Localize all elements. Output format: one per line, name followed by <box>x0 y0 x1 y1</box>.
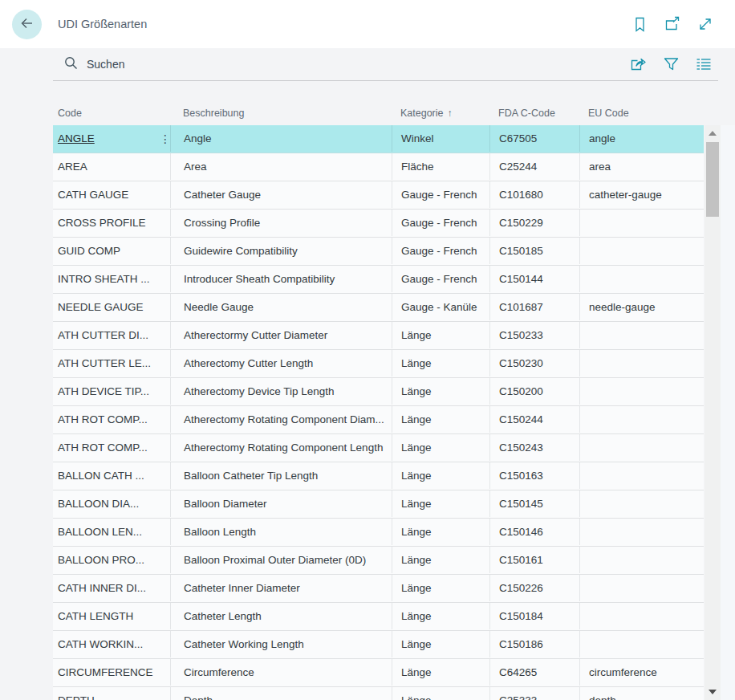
cell-kategorie[interactable]: Fläche <box>392 153 490 180</box>
cell-eu-code[interactable] <box>579 490 705 517</box>
cell-eu-code[interactable]: depth <box>579 687 705 700</box>
cell-kategorie[interactable]: Gauge - French <box>392 210 490 236</box>
cell-kategorie[interactable]: Länge <box>392 462 490 489</box>
cell-fda-c-code[interactable]: C150243 <box>489 434 580 461</box>
filter-icon[interactable] <box>660 54 681 75</box>
cell-eu-code[interactable] <box>579 519 705 545</box>
cell-beschreibung[interactable]: Balloon Length <box>170 519 392 545</box>
scrollbar-down-arrow-icon[interactable] <box>705 684 721 700</box>
table-row[interactable]: ANGLE ⋮ Angle Winkel C67505 angle <box>53 125 704 153</box>
cell-eu-code[interactable] <box>579 350 705 376</box>
cell-kategorie[interactable]: Winkel <box>392 125 490 152</box>
cell-fda-c-code[interactable]: C150146 <box>489 519 580 545</box>
cell-fda-c-code[interactable]: C101680 <box>489 181 580 208</box>
table-row[interactable]: ATH CUTTER DI... ⋮ Atherectormy Cutter D… <box>53 322 704 350</box>
cell-kategorie[interactable]: Länge <box>392 378 490 405</box>
cell-kategorie[interactable]: Länge <box>392 519 490 545</box>
cell-fda-c-code[interactable]: C64265 <box>489 659 580 686</box>
cell-beschreibung[interactable]: Introducer Sheath Compatibility <box>170 266 392 292</box>
cell-fda-c-code[interactable]: C25244 <box>489 153 580 180</box>
cell-eu-code[interactable] <box>579 406 705 433</box>
cell-eu-code[interactable] <box>579 434 705 461</box>
cell-fda-c-code[interactable]: C150186 <box>489 631 580 657</box>
cell-kategorie[interactable]: Gauge - French <box>392 266 490 292</box>
cell-eu-code[interactable] <box>579 266 705 292</box>
column-header-eu-code[interactable]: EU Code <box>588 101 629 125</box>
cell-beschreibung[interactable]: Balloon Catheter Tip Length <box>170 462 392 489</box>
table-row[interactable]: CROSS PROFILE ⋮ Crossing Profile Gauge -… <box>53 210 704 238</box>
table-row[interactable]: AREA ⋮ Area Fläche C25244 area <box>53 153 704 181</box>
cell-eu-code[interactable] <box>579 547 705 573</box>
cell-eu-code[interactable] <box>579 631 705 657</box>
table-row[interactable]: ATH DEVICE TIP... ⋮ Atherectomy Device T… <box>53 378 704 406</box>
table-row[interactable]: CIRCUMFERENCE ⋮ Circumference Länge C642… <box>53 659 704 687</box>
cell-fda-c-code[interactable]: C150233 <box>489 322 580 348</box>
back-button[interactable] <box>12 10 42 39</box>
column-header-beschreibung[interactable]: Beschreibung <box>183 101 244 125</box>
cell-fda-c-code[interactable]: C150161 <box>489 547 580 573</box>
cell-fda-c-code[interactable]: C25333 <box>489 687 580 700</box>
cell-beschreibung[interactable]: Angle <box>170 125 392 152</box>
table-row[interactable]: INTRO SHEATH ... ⋮ Introducer Sheath Com… <box>53 266 704 294</box>
cell-fda-c-code[interactable]: C150200 <box>489 378 580 405</box>
cell-eu-code[interactable]: circumference <box>579 659 705 686</box>
table-row[interactable]: CATH GAUGE ⋮ Catheter Gauge Gauge - Fren… <box>53 181 704 210</box>
cell-beschreibung[interactable]: Area <box>170 153 392 180</box>
cell-beschreibung[interactable]: Catheter Inner Diameter <box>170 575 392 601</box>
table-row[interactable]: BALLOON LEN... ⋮ Balloon Length Länge C1… <box>53 519 704 547</box>
column-header-fda-c-code[interactable]: FDA C-Code <box>498 101 555 125</box>
expand-icon[interactable] <box>695 14 716 35</box>
cell-eu-code[interactable] <box>579 603 705 629</box>
cell-eu-code[interactable] <box>579 575 705 601</box>
cell-kategorie[interactable]: Gauge - French <box>392 181 490 208</box>
open-in-new-window-icon[interactable] <box>662 14 683 35</box>
cell-beschreibung[interactable]: Crossing Profile <box>170 210 392 236</box>
scrollbar-thumb[interactable] <box>706 142 719 217</box>
cell-kategorie[interactable]: Länge <box>392 659 490 686</box>
cell-beschreibung[interactable]: Balloon Proximal Outer Diameter (0D) <box>170 547 392 573</box>
column-header-kategorie[interactable]: Kategorie ↑ <box>400 101 453 125</box>
column-header-code[interactable]: Code <box>58 101 82 125</box>
table-row[interactable]: NEEDLE GAUGE ⋮ Needle Gauge Gauge - Kanü… <box>53 294 704 322</box>
table-row[interactable]: ATH ROT COMP... ⋮ Atherectomy Rotating C… <box>53 406 704 434</box>
table-row[interactable]: CATH INNER DI... ⋮ Catheter Inner Diamet… <box>53 575 704 603</box>
cell-beschreibung[interactable]: Atherectomy Rotating Component Length <box>170 434 392 461</box>
table-row[interactable]: ATH CUTTER LE... ⋮ Atherectomy Cutter Le… <box>53 350 704 378</box>
cell-eu-code[interactable]: area <box>579 153 705 180</box>
cell-kategorie[interactable]: Länge <box>392 490 490 517</box>
cell-eu-code[interactable] <box>579 462 705 489</box>
bookmark-icon[interactable] <box>629 14 650 35</box>
list-view-icon[interactable] <box>693 54 714 75</box>
scrollbar-up-arrow-icon[interactable] <box>705 125 721 141</box>
cell-fda-c-code[interactable]: C150244 <box>489 406 580 433</box>
cell-beschreibung[interactable]: Circumference <box>170 659 392 686</box>
cell-beschreibung[interactable]: Catheter Gauge <box>170 181 392 208</box>
cell-kategorie[interactable]: Gauge - French <box>392 238 490 264</box>
cell-eu-code[interactable] <box>579 238 705 264</box>
cell-beschreibung[interactable]: Atherectomy Cutter Length <box>170 350 392 376</box>
search-input[interactable]: Suchen <box>64 48 124 80</box>
cell-fda-c-code[interactable]: C150229 <box>489 210 580 236</box>
table-row[interactable]: BALLOON PRO... ⋮ Balloon Proximal Outer … <box>53 547 704 575</box>
cell-kategorie[interactable]: Länge <box>392 547 490 573</box>
share-icon[interactable] <box>627 54 648 75</box>
table-row[interactable]: CATH WORKIN... ⋮ Catheter Working Length… <box>53 631 704 659</box>
cell-eu-code[interactable] <box>579 210 705 236</box>
cell-fda-c-code[interactable]: C150185 <box>489 238 580 264</box>
table-row[interactable]: BALLON CATH ... ⋮ Balloon Catheter Tip L… <box>53 462 704 490</box>
cell-fda-c-code[interactable]: C150230 <box>489 350 580 376</box>
cell-beschreibung[interactable]: Atherectormy Cutter Diameter <box>170 322 392 348</box>
cell-kategorie[interactable]: Länge <box>392 687 490 700</box>
cell-beschreibung[interactable]: Needle Gauge <box>170 294 392 320</box>
cell-beschreibung[interactable]: Atherectomy Device Tip Length <box>170 378 392 405</box>
cell-kategorie[interactable]: Gauge - Kanüle <box>392 294 490 320</box>
cell-beschreibung[interactable]: Balloon Diameter <box>170 490 392 517</box>
vertical-scrollbar[interactable] <box>705 125 721 700</box>
cell-kategorie[interactable]: Länge <box>392 631 490 657</box>
cell-kategorie[interactable]: Länge <box>392 350 490 376</box>
cell-eu-code[interactable]: catheter-gauge <box>579 181 705 208</box>
cell-beschreibung[interactable]: Catheter Length <box>170 603 392 629</box>
table-row[interactable]: ATH ROT COMP... ⋮ Atherectomy Rotating C… <box>53 434 704 462</box>
cell-eu-code[interactable] <box>579 322 705 348</box>
table-row[interactable]: CATH LENGTH ⋮ Catheter Length Länge C150… <box>53 603 704 631</box>
